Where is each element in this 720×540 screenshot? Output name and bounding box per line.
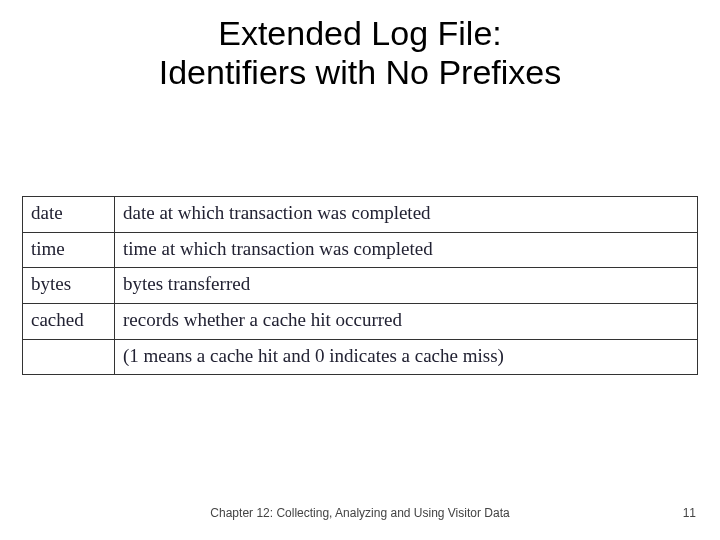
slide: Extended Log File: Identifiers with No P… — [0, 0, 720, 540]
title-line-2: Identifiers with No Prefixes — [159, 53, 562, 91]
table-row: time time at which transaction was compl… — [23, 232, 698, 268]
desc-cell: bytes transferred — [115, 268, 698, 304]
slide-title: Extended Log File: Identifiers with No P… — [0, 14, 720, 92]
term-cell — [23, 339, 115, 375]
term-cell: date — [23, 197, 115, 233]
desc-cell: time at which transaction was completed — [115, 232, 698, 268]
table-row: bytes bytes transferred — [23, 268, 698, 304]
desc-cell: (1 means a cache hit and 0 indicates a c… — [115, 339, 698, 375]
page-number: 11 — [683, 506, 696, 520]
table-row: cached records whether a cache hit occur… — [23, 304, 698, 340]
table-row: (1 means a cache hit and 0 indicates a c… — [23, 339, 698, 375]
footer-chapter: Chapter 12: Collecting, Analyzing and Us… — [0, 506, 720, 520]
desc-cell: records whether a cache hit occurred — [115, 304, 698, 340]
term-cell: time — [23, 232, 115, 268]
title-line-1: Extended Log File: — [218, 14, 502, 52]
desc-cell: date at which transaction was completed — [115, 197, 698, 233]
term-cell: cached — [23, 304, 115, 340]
table-row: date date at which transaction was compl… — [23, 197, 698, 233]
identifiers-table: date date at which transaction was compl… — [22, 196, 698, 375]
term-cell: bytes — [23, 268, 115, 304]
identifiers-table-wrap: date date at which transaction was compl… — [22, 196, 698, 375]
